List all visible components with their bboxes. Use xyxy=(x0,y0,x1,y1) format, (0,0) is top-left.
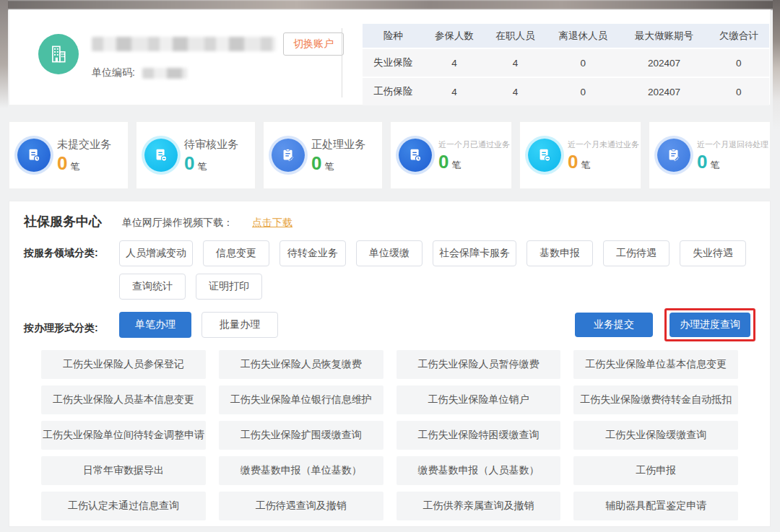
stat-card-returned-month[interactable]: 近一个月退回待处理 0 笔 xyxy=(649,121,771,189)
biz-button[interactable]: 工伤失业保险单位销户 xyxy=(396,385,561,414)
stat-text: 未提交业务 0 笔 xyxy=(57,138,111,173)
video-download-link[interactable]: 点击下载 xyxy=(252,217,292,230)
stat-text: 近一个月未通过业务 0 笔 xyxy=(568,139,639,172)
unit-code-label: 单位编码: xyxy=(92,66,135,78)
column-header: 离退休人员 xyxy=(546,24,620,48)
stat-label: 待审核业务 xyxy=(184,138,238,152)
stat-value: 0 xyxy=(311,154,321,173)
progress-query-button[interactable]: 办理进度查询 xyxy=(670,313,750,337)
stat-card-pending-review[interactable]: 待审核业务 0 笔 xyxy=(136,121,256,189)
column-header: 欠缴合计 xyxy=(708,24,769,48)
stat-value: 0 xyxy=(438,152,448,171)
biz-button[interactable]: 工伤失业保险单位基本信息变更 xyxy=(573,350,738,379)
stat-unit: 笔 xyxy=(70,160,79,173)
biz-button[interactable]: 工伤失业保险人员基本信息变更 xyxy=(41,385,206,414)
stat-card-approved-month[interactable]: 近一个月已通过业务 0 笔 xyxy=(390,121,512,189)
document-minus-icon xyxy=(144,139,178,172)
biz-button[interactable]: 工伤失业保险缓缴查询 xyxy=(573,421,738,450)
stat-card-processing[interactable]: 正处理业务 0 笔 xyxy=(263,121,383,189)
form-classify-label: 按办理形式分类: xyxy=(24,315,119,335)
biz-button[interactable]: 工伤失业保险扩围缓缴查询 xyxy=(219,421,384,450)
biz-button[interactable]: 工伤申报 xyxy=(573,456,738,485)
background-photo-strip xyxy=(0,0,780,9)
domain-chip[interactable]: 待转金业务 xyxy=(280,240,346,266)
company-block: 切换账户 单位编码: xyxy=(9,10,342,105)
unit-code-row: 单位编码: xyxy=(92,66,344,79)
document-minus-icon xyxy=(528,139,561,172)
highlight-annotation-box: 办理进度查询 xyxy=(664,308,755,341)
stat-unit: 笔 xyxy=(324,160,334,173)
clipboard-arrow-icon xyxy=(657,139,690,172)
stat-card-rejected-month[interactable]: 近一个月未通过业务 0 笔 xyxy=(519,121,641,189)
stat-unit: 笔 xyxy=(710,159,719,172)
biz-button[interactable]: 工伤供养亲属查询及撤销 xyxy=(396,492,561,520)
insured-count-cell: 4 xyxy=(424,49,485,77)
video-download-label: 单位网厅操作视频下载： xyxy=(122,217,233,230)
stat-label: 近一个月未通过业务 xyxy=(568,139,639,150)
domain-chip[interactable]: 基数申报 xyxy=(526,240,593,266)
company-summary-card: 切换账户 单位编码: 险种 参保人数 在职人员 离退休人员 最大做账期号 xyxy=(9,9,771,105)
batch-handle-tab[interactable]: 批量办理 xyxy=(202,312,278,338)
biz-button[interactable]: 缴费基数申报（单位基数） xyxy=(219,456,384,485)
page-title: 社保服务中心 xyxy=(24,213,102,230)
domain-classify-row: 按服务领域分类: 人员增减变动 信息变更 待转金业务 单位缓缴 社会保障卡服务 … xyxy=(9,240,770,300)
background-photo-left-edge xyxy=(0,0,8,108)
domain-chip[interactable]: 人员增减变动 xyxy=(119,240,193,266)
stat-unit: 笔 xyxy=(197,160,207,173)
table-header-row: 险种 参保人数 在职人员 离退休人员 最大做账期号 欠缴合计 xyxy=(363,24,769,48)
biz-button[interactable]: 工伤失业保险缴费待转金自动抵扣 xyxy=(573,385,738,414)
stat-value: 0 xyxy=(697,152,707,171)
single-handle-tab[interactable]: 单笔办理 xyxy=(119,312,191,338)
biz-button[interactable]: 辅助器具配置鉴定申请 xyxy=(573,492,738,520)
biz-button[interactable]: 工伤失业保险特困缓缴查询 xyxy=(396,421,561,450)
business-submit-button[interactable]: 业务提交 xyxy=(575,313,653,337)
service-center-panel: 社保服务中心 单位网厅操作视频下载： 点击下载 按服务领域分类: 人员增减变动 … xyxy=(9,201,771,527)
switch-account-button[interactable]: 切换账户 xyxy=(283,32,344,56)
stat-value: 0 xyxy=(184,154,194,173)
stat-label: 近一个月退回待处理 xyxy=(697,139,768,150)
background-photo-right-edge xyxy=(773,0,780,532)
biz-button[interactable]: 工伤认定未通过信息查询 xyxy=(41,492,206,520)
business-grid: 工伤失业保险人员参保登记 工伤失业保险人员恢复缴费 工伤失业保险人员暂停缴费 工… xyxy=(9,350,770,520)
max-period-cell: 202407 xyxy=(620,78,708,105)
stat-cards-row: 未提交业务 0 笔 待审核业务 0 笔 xyxy=(9,121,771,189)
biz-button[interactable]: 工伤待遇查询及撤销 xyxy=(219,492,384,520)
table-row: 工伤保险 4 4 0 202407 0 xyxy=(363,78,769,105)
stat-card-unsubmitted[interactable]: 未提交业务 0 笔 xyxy=(9,121,129,189)
stat-label: 未提交业务 xyxy=(57,138,111,152)
domain-chip[interactable]: 工伤待遇 xyxy=(603,240,670,266)
document-clock-icon xyxy=(399,139,432,172)
insurance-summary-table: 险种 参保人数 在职人员 离退休人员 最大做账期号 欠缴合计 失业保险 4 4 … xyxy=(342,10,770,105)
biz-button[interactable]: 日常年审数据导出 xyxy=(41,456,206,485)
column-header: 最大做账期号 xyxy=(620,24,708,48)
stat-unit: 笔 xyxy=(581,159,590,172)
domain-chip[interactable]: 查询统计 xyxy=(119,274,186,300)
retired-count-cell: 0 xyxy=(546,78,620,105)
column-header: 险种 xyxy=(363,24,424,48)
biz-button[interactable]: 工伤失业保险人员暂停缴费 xyxy=(396,350,561,379)
table-row: 失业保险 4 4 0 202407 0 xyxy=(363,49,769,77)
stat-label: 正处理业务 xyxy=(311,138,365,152)
stat-text: 待审核业务 0 笔 xyxy=(184,138,238,173)
biz-button[interactable]: 工伤失业保险单位间待转金调整申请 xyxy=(41,421,206,450)
biz-button[interactable]: 工伤失业保险单位银行信息维护 xyxy=(219,385,384,414)
domain-chip[interactable]: 单位缓缴 xyxy=(356,240,422,266)
document-clock-icon xyxy=(17,139,51,172)
column-header: 参保人数 xyxy=(424,24,485,48)
clipboard-arrow-icon xyxy=(272,139,305,172)
active-count-cell: 4 xyxy=(485,49,546,77)
insured-count-cell: 4 xyxy=(424,78,485,105)
domain-chip[interactable]: 失业待遇 xyxy=(680,240,746,266)
arrears-cell: 0 xyxy=(708,78,769,105)
domain-chip[interactable]: 社会保障卡服务 xyxy=(433,240,516,266)
biz-button[interactable]: 工伤失业保险人员恢复缴费 xyxy=(219,350,384,379)
biz-button[interactable]: 缴费基数申报（人员基数） xyxy=(396,456,561,485)
domain-chip[interactable]: 证明打印 xyxy=(196,274,262,300)
biz-button[interactable]: 工伤失业保险人员参保登记 xyxy=(41,350,206,379)
retired-count-cell: 0 xyxy=(546,49,620,77)
insurance-type-cell: 工伤保险 xyxy=(363,78,424,105)
page-content: 切换账户 单位编码: 险种 参保人数 在职人员 离退休人员 最大做账期号 xyxy=(9,9,771,532)
stat-value: 0 xyxy=(568,152,578,171)
company-name-redacted xyxy=(92,37,276,51)
domain-chip[interactable]: 信息变更 xyxy=(203,240,269,266)
